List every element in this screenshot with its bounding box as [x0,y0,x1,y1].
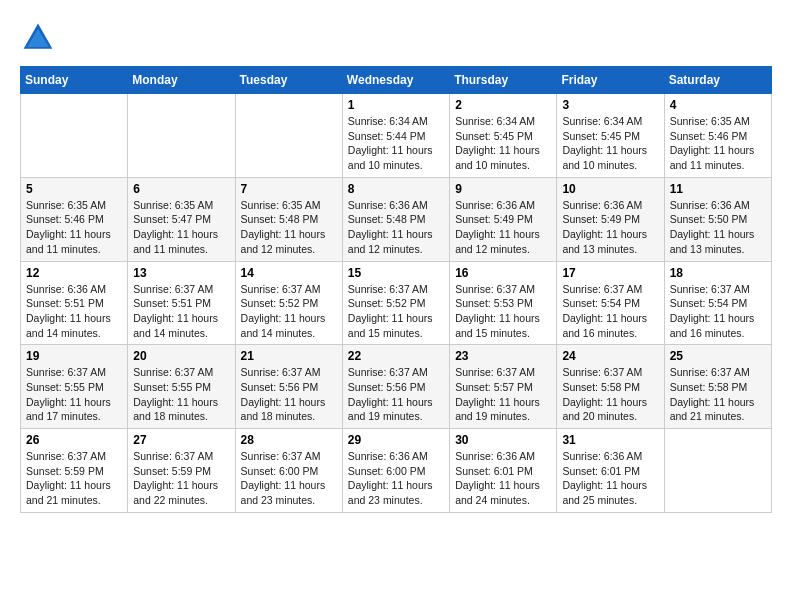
day-info: Sunrise: 6:37 AM Sunset: 5:53 PM Dayligh… [455,282,551,341]
day-info: Sunrise: 6:37 AM Sunset: 5:56 PM Dayligh… [348,365,444,424]
day-number: 22 [348,349,444,363]
day-cell: 7Sunrise: 6:35 AM Sunset: 5:48 PM Daylig… [235,177,342,261]
day-number: 10 [562,182,658,196]
week-row-5: 26Sunrise: 6:37 AM Sunset: 5:59 PM Dayli… [21,429,772,513]
header-cell-wednesday: Wednesday [342,67,449,94]
day-cell: 12Sunrise: 6:36 AM Sunset: 5:51 PM Dayli… [21,261,128,345]
day-info: Sunrise: 6:36 AM Sunset: 6:01 PM Dayligh… [562,449,658,508]
calendar-header: SundayMondayTuesdayWednesdayThursdayFrid… [21,67,772,94]
day-cell: 4Sunrise: 6:35 AM Sunset: 5:46 PM Daylig… [664,94,771,178]
header-cell-monday: Monday [128,67,235,94]
page-header [20,20,772,56]
day-cell: 11Sunrise: 6:36 AM Sunset: 5:50 PM Dayli… [664,177,771,261]
day-info: Sunrise: 6:35 AM Sunset: 5:48 PM Dayligh… [241,198,337,257]
day-cell: 13Sunrise: 6:37 AM Sunset: 5:51 PM Dayli… [128,261,235,345]
day-info: Sunrise: 6:36 AM Sunset: 5:50 PM Dayligh… [670,198,766,257]
day-info: Sunrise: 6:37 AM Sunset: 5:54 PM Dayligh… [670,282,766,341]
day-cell: 8Sunrise: 6:36 AM Sunset: 5:48 PM Daylig… [342,177,449,261]
day-cell [235,94,342,178]
week-row-3: 12Sunrise: 6:36 AM Sunset: 5:51 PM Dayli… [21,261,772,345]
day-info: Sunrise: 6:36 AM Sunset: 5:51 PM Dayligh… [26,282,122,341]
day-cell: 19Sunrise: 6:37 AM Sunset: 5:55 PM Dayli… [21,345,128,429]
day-number: 26 [26,433,122,447]
day-number: 27 [133,433,229,447]
day-info: Sunrise: 6:37 AM Sunset: 5:52 PM Dayligh… [241,282,337,341]
week-row-4: 19Sunrise: 6:37 AM Sunset: 5:55 PM Dayli… [21,345,772,429]
day-cell: 1Sunrise: 6:34 AM Sunset: 5:44 PM Daylig… [342,94,449,178]
day-number: 12 [26,266,122,280]
day-cell: 14Sunrise: 6:37 AM Sunset: 5:52 PM Dayli… [235,261,342,345]
day-number: 30 [455,433,551,447]
day-cell: 20Sunrise: 6:37 AM Sunset: 5:55 PM Dayli… [128,345,235,429]
day-info: Sunrise: 6:37 AM Sunset: 5:51 PM Dayligh… [133,282,229,341]
day-number: 13 [133,266,229,280]
day-cell: 21Sunrise: 6:37 AM Sunset: 5:56 PM Dayli… [235,345,342,429]
day-cell: 2Sunrise: 6:34 AM Sunset: 5:45 PM Daylig… [450,94,557,178]
day-info: Sunrise: 6:37 AM Sunset: 5:55 PM Dayligh… [133,365,229,424]
day-info: Sunrise: 6:37 AM Sunset: 5:55 PM Dayligh… [26,365,122,424]
day-cell: 16Sunrise: 6:37 AM Sunset: 5:53 PM Dayli… [450,261,557,345]
day-info: Sunrise: 6:36 AM Sunset: 5:49 PM Dayligh… [455,198,551,257]
day-cell: 27Sunrise: 6:37 AM Sunset: 5:59 PM Dayli… [128,429,235,513]
day-number: 4 [670,98,766,112]
day-number: 25 [670,349,766,363]
day-info: Sunrise: 6:34 AM Sunset: 5:45 PM Dayligh… [455,114,551,173]
day-number: 11 [670,182,766,196]
day-number: 3 [562,98,658,112]
day-cell: 3Sunrise: 6:34 AM Sunset: 5:45 PM Daylig… [557,94,664,178]
day-cell: 24Sunrise: 6:37 AM Sunset: 5:58 PM Dayli… [557,345,664,429]
day-cell: 10Sunrise: 6:36 AM Sunset: 5:49 PM Dayli… [557,177,664,261]
day-number: 5 [26,182,122,196]
day-number: 20 [133,349,229,363]
day-info: Sunrise: 6:37 AM Sunset: 5:59 PM Dayligh… [133,449,229,508]
day-cell: 29Sunrise: 6:36 AM Sunset: 6:00 PM Dayli… [342,429,449,513]
day-info: Sunrise: 6:37 AM Sunset: 5:57 PM Dayligh… [455,365,551,424]
day-cell: 22Sunrise: 6:37 AM Sunset: 5:56 PM Dayli… [342,345,449,429]
day-cell [128,94,235,178]
day-cell [21,94,128,178]
day-number: 15 [348,266,444,280]
day-info: Sunrise: 6:37 AM Sunset: 5:52 PM Dayligh… [348,282,444,341]
day-info: Sunrise: 6:36 AM Sunset: 6:01 PM Dayligh… [455,449,551,508]
day-info: Sunrise: 6:35 AM Sunset: 5:46 PM Dayligh… [670,114,766,173]
day-info: Sunrise: 6:37 AM Sunset: 5:58 PM Dayligh… [562,365,658,424]
day-number: 2 [455,98,551,112]
day-number: 7 [241,182,337,196]
day-number: 6 [133,182,229,196]
day-info: Sunrise: 6:35 AM Sunset: 5:47 PM Dayligh… [133,198,229,257]
day-cell: 30Sunrise: 6:36 AM Sunset: 6:01 PM Dayli… [450,429,557,513]
day-cell: 9Sunrise: 6:36 AM Sunset: 5:49 PM Daylig… [450,177,557,261]
day-number: 29 [348,433,444,447]
day-info: Sunrise: 6:37 AM Sunset: 5:59 PM Dayligh… [26,449,122,508]
day-cell: 5Sunrise: 6:35 AM Sunset: 5:46 PM Daylig… [21,177,128,261]
logo [20,20,62,56]
header-cell-saturday: Saturday [664,67,771,94]
day-number: 8 [348,182,444,196]
calendar-body: 1Sunrise: 6:34 AM Sunset: 5:44 PM Daylig… [21,94,772,513]
day-info: Sunrise: 6:37 AM Sunset: 6:00 PM Dayligh… [241,449,337,508]
header-row: SundayMondayTuesdayWednesdayThursdayFrid… [21,67,772,94]
header-cell-thursday: Thursday [450,67,557,94]
day-number: 14 [241,266,337,280]
day-cell: 31Sunrise: 6:36 AM Sunset: 6:01 PM Dayli… [557,429,664,513]
day-number: 23 [455,349,551,363]
day-cell: 15Sunrise: 6:37 AM Sunset: 5:52 PM Dayli… [342,261,449,345]
calendar-table: SundayMondayTuesdayWednesdayThursdayFrid… [20,66,772,513]
day-number: 1 [348,98,444,112]
day-number: 21 [241,349,337,363]
day-number: 9 [455,182,551,196]
day-number: 31 [562,433,658,447]
day-number: 17 [562,266,658,280]
day-cell: 17Sunrise: 6:37 AM Sunset: 5:54 PM Dayli… [557,261,664,345]
day-number: 19 [26,349,122,363]
logo-icon [20,20,56,56]
day-number: 16 [455,266,551,280]
day-info: Sunrise: 6:37 AM Sunset: 5:58 PM Dayligh… [670,365,766,424]
day-info: Sunrise: 6:36 AM Sunset: 5:49 PM Dayligh… [562,198,658,257]
day-cell: 6Sunrise: 6:35 AM Sunset: 5:47 PM Daylig… [128,177,235,261]
day-info: Sunrise: 6:36 AM Sunset: 6:00 PM Dayligh… [348,449,444,508]
week-row-2: 5Sunrise: 6:35 AM Sunset: 5:46 PM Daylig… [21,177,772,261]
week-row-1: 1Sunrise: 6:34 AM Sunset: 5:44 PM Daylig… [21,94,772,178]
day-info: Sunrise: 6:36 AM Sunset: 5:48 PM Dayligh… [348,198,444,257]
day-cell: 23Sunrise: 6:37 AM Sunset: 5:57 PM Dayli… [450,345,557,429]
